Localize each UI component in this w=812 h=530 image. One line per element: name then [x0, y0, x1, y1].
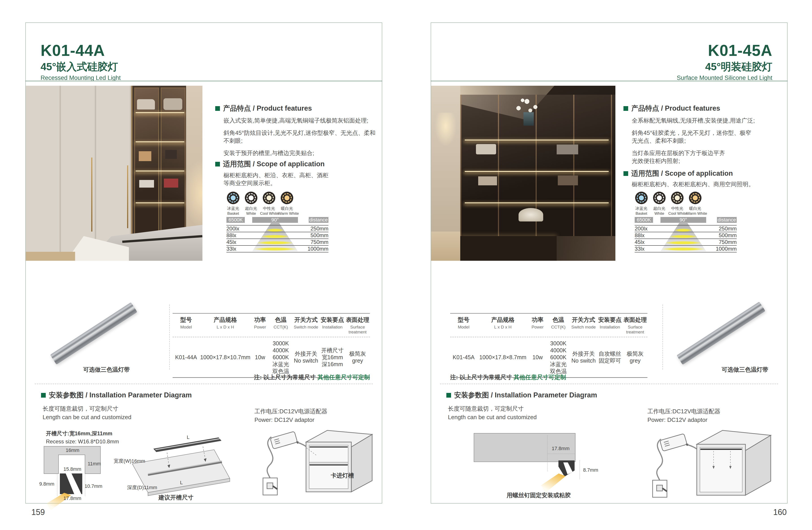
feature-line: 全系标配无氧铜线,无须开槽,安装便捷,用途广泛;: [632, 117, 780, 125]
photo-floor: [431, 232, 460, 261]
warm-white-light-icon: [281, 192, 293, 204]
ice-blue-light-icon: [635, 192, 648, 204]
cell-model: K01-44A: [173, 354, 200, 361]
wiring-cabinet-svg: [640, 424, 774, 499]
install-section-title: 安装参数图 / Installation Parameter Diagram: [446, 390, 597, 400]
surface-line: grey: [623, 357, 648, 364]
lux-value: 33lx: [635, 246, 644, 252]
warm-white-light-icon: [689, 192, 701, 204]
feature-line: 嵌入式安装,简单便捷,高端无氧铜端子线极简灰铝面处理;: [223, 117, 378, 125]
header-rule: [25, 81, 382, 81]
cell-power: 10w: [528, 354, 547, 361]
profile-section: [60, 473, 82, 494]
switch-line: 外接开关: [293, 350, 319, 357]
features-list: 全系标配无氧铜线,无须开槽,安装便捷,用途广泛; 斜角45°硅胶柔光，见光不见灯…: [632, 117, 780, 169]
width-label: 宽度(W)16mm: [114, 458, 145, 464]
recess-cn: 开槽尺寸:宽16mm,深11mm: [46, 430, 119, 437]
photo-box: [139, 151, 151, 161]
col-model-en: Model: [450, 325, 477, 330]
photo-downlight-glow: [431, 113, 460, 157]
scope-list: 橱柜柜底柜内、柜沿、衣柜、高柜、酒柜 等商业空间展示柜。: [223, 171, 372, 187]
dim-guide: [85, 473, 85, 496]
cct-option: 3000K: [269, 340, 293, 347]
cell-surface: 极简灰 grey: [623, 350, 648, 364]
wiring-cabinet-svg: [250, 424, 376, 496]
col-surface-en: Surface treatment: [623, 325, 648, 335]
features-section-title: 产品特点 / Product features: [623, 104, 720, 113]
distance-value: 750mm: [719, 239, 737, 245]
surface-line: 极简灰: [623, 350, 648, 357]
surface-mount-diagram: 17.8mm 8.7mm: [465, 427, 604, 499]
spec-table-row: K01-44A 1000×17.8×10.7mm 10w 3000K 4000K…: [173, 337, 370, 377]
lux-value: 200lx: [227, 225, 239, 232]
power-note: 工作电压:DC12V电源适配器 Power: DC12V adaptor: [648, 407, 720, 424]
col-power-en: Power: [528, 325, 547, 330]
cct-option: 冰蓝光: [269, 361, 293, 368]
cell-install: 开槽尺寸 宽16mm 深16mm: [319, 347, 345, 368]
features-section-title: 产品特点 / Product features: [215, 104, 312, 113]
icon-label-cn: 冰蓝光: [633, 206, 650, 211]
aluminum-profile-bar: [677, 302, 765, 365]
custom-size-note: 注: 以上尺寸为常规尺寸 其他任意尺寸可定制: [450, 373, 566, 381]
col-size-en: L x D x H: [200, 325, 251, 330]
photo-lamp-glow: [171, 153, 202, 234]
cell-install: 自攻螺丝 固定即可: [597, 350, 623, 364]
col-size: 产品规格: [477, 316, 528, 324]
photo-vase: [523, 112, 534, 126]
cell-switch: 外接开关 No switch: [570, 350, 597, 364]
features-title-text: 产品特点 / Product features: [631, 104, 720, 113]
icon-label-en: Basket: [633, 211, 650, 216]
scope-title-text: 适用范围 / Scope of application: [631, 169, 733, 178]
col-cct: 色温: [269, 316, 293, 324]
green-square-bullet: [215, 106, 220, 111]
page-left-header: K01-44A 45°嵌入式硅胶灯 Recessed Mounting Led …: [41, 43, 121, 81]
beam-angle-chip: 90°: [661, 217, 706, 223]
col-switch: 开关方式: [293, 316, 319, 324]
col-size-en: L x D x H: [477, 325, 528, 330]
lux-value: 88lx: [227, 232, 236, 238]
install-title-text: 安装参数图 / Installation Parameter Diagram: [49, 390, 192, 400]
page-right: K01-45A 45°明装硅胶灯 Surface Mounted Silicon…: [431, 23, 787, 503]
icon-label-cn: 暖白光: [686, 206, 704, 211]
light-color-item: 冰蓝光Basket: [224, 192, 242, 216]
icon-label-en: Basket: [224, 211, 242, 216]
catalog-spread: K01-44A 45°嵌入式硅胶灯 Recessed Mounting Led …: [0, 0, 812, 530]
col-power-en: Power: [251, 325, 269, 330]
photo-door-handle: [127, 165, 128, 228]
page-right-header: K01-45A 45°明装硅胶灯 Surface Mounted Silicon…: [677, 43, 772, 81]
green-square-bullet: [215, 162, 220, 167]
feature-line: 斜角45°硅胶柔光，见光不见灯，迷你型、极窄: [632, 129, 780, 137]
photo-basket: [519, 208, 543, 222]
icon-label-cn: 超白光: [650, 206, 668, 211]
scope-list: 橱柜柜底柜内、衣柜柜底柜内、商用空间照明。: [632, 180, 784, 188]
distance-value: 250mm: [719, 225, 737, 232]
icon-label-en: Cool White: [668, 211, 686, 216]
ice-blue-light-icon: [227, 192, 240, 204]
distance-chip: distance: [717, 217, 737, 223]
switch-line: No switch: [293, 357, 319, 364]
lux-row: 33lx1000mm: [635, 245, 737, 252]
scope-section-title: 适用范围 / Scope of application: [215, 159, 324, 169]
scope-section-title: 适用范围 / Scope of application: [623, 169, 733, 178]
cell-surface: 极简灰 grey: [345, 350, 370, 364]
photo-door-handle: [91, 157, 92, 232]
col-power: 功率: [251, 316, 269, 324]
profile-channel: [559, 460, 575, 477]
photo-floor-right: [557, 236, 615, 261]
light-color-item: 超白光White: [242, 192, 260, 216]
cell-model: K01-45A: [450, 354, 477, 361]
photo-led-strip: [136, 112, 184, 113]
spec-table: 型号Model 产品规格L x D x H 功率Power 色温CCT(K) 开…: [173, 313, 370, 378]
cct-option: 4000K: [547, 347, 570, 354]
vertical-divider: [663, 305, 663, 369]
note-black: 注: 以上尺寸为常规尺寸: [254, 374, 317, 380]
cut-note-cn: 长度可随意裁切，可定制尺寸: [448, 404, 537, 413]
beam-angle-chip: 90°: [252, 217, 298, 223]
header-rule: [431, 81, 787, 81]
photo-handbag: [476, 144, 496, 154]
product-photo-closet: [431, 86, 615, 261]
green-square-bullet: [446, 393, 451, 398]
page-number-right: 160: [758, 507, 787, 517]
icon-label-cn: 冰蓝光: [224, 206, 242, 211]
lux-row: 45lx750mm: [635, 238, 737, 245]
